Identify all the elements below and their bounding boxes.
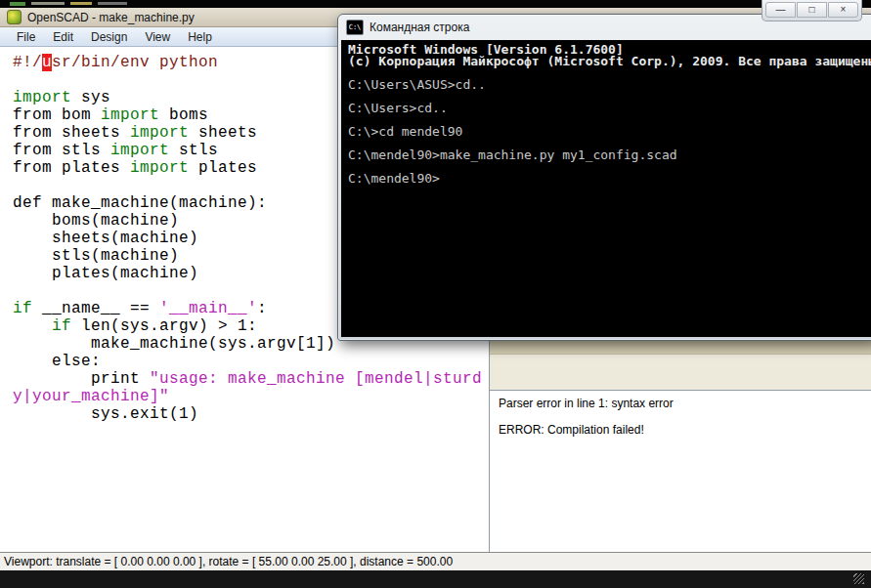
code-token: sheets [189, 124, 257, 142]
code-line: y|your_machine]" [13, 388, 489, 405]
console-message: ERROR: Compilation failed! [499, 423, 871, 449]
code-line: sys.exit(1) [13, 405, 489, 423]
openscad-window-title: OpenSCAD - make_machine.py [27, 11, 195, 24]
code-line: print "usage: make_machine [mendel|sturd [13, 370, 489, 388]
code-token: sheets(machine) [13, 230, 198, 247]
code-token: import [110, 142, 169, 159]
code-token: import [13, 89, 71, 106]
code-token: plates [189, 159, 257, 177]
menu-file[interactable]: File [8, 27, 44, 46]
code-token: plates(machine) [13, 265, 198, 282]
code-token: y|your_machine]" [13, 388, 169, 405]
menu-view[interactable]: View [136, 27, 179, 46]
code-token [13, 317, 52, 335]
statusbar: Viewport: translate = [ 0.00 0.00 0.00 ]… [0, 552, 871, 570]
statusbar-text: Viewport: translate = [ 0.00 0.00 0.00 ]… [4, 555, 453, 568]
code-token: "usage: make_machine [mendel|sturd [150, 370, 482, 388]
cmd-line: (c) Корпорация Майкрософт (Microsoft Cor… [348, 56, 871, 67]
code-token: #!/ [13, 54, 42, 71]
code-token: sys.exit(1) [13, 405, 198, 423]
code-token: import [101, 106, 159, 124]
code-token: __name__ == [32, 300, 159, 317]
cmd-window-title: Командная строка [370, 21, 469, 34]
window-bottom-edge [0, 570, 871, 588]
code-token: stls(machine) [13, 247, 179, 265]
code-token: if [52, 317, 71, 335]
menu-design[interactable]: Design [82, 27, 136, 46]
code-token: from plates [13, 159, 130, 177]
background-fragment [98, 2, 127, 5]
maximize-button[interactable]: □ [797, 2, 827, 18]
cmd-window: C:\ Командная строка Microsoft Windows [… [337, 14, 871, 341]
cmd-line: C:\mendel90> [348, 173, 871, 185]
background-strip [0, 0, 871, 8]
code-token: boms(machine) [13, 212, 179, 230]
code-token: else: [13, 353, 101, 370]
window-controls: — □ × [762, 0, 862, 21]
screen: OpenSCAD - make_machine.py FileEditDesig… [0, 0, 871, 588]
code-token: import [130, 159, 189, 177]
cmd-console[interactable]: Microsoft Windows [Version 6.1.7600](c) … [341, 40, 871, 337]
resize-grip-icon[interactable] [853, 573, 864, 584]
code-token: from stls [13, 142, 110, 159]
code-token: len(sys.argv) > 1: [71, 317, 257, 335]
code-token: sys [71, 89, 110, 106]
openscad-console: Parser error in line 1: syntax errorERRO… [490, 390, 871, 552]
text-cursor: u [42, 54, 52, 71]
code-token: def make_machine(machine): [13, 194, 267, 212]
console-message: Parser error in line 1: syntax error [499, 397, 871, 423]
code-token: make_machine(sys.argv[1]) [13, 335, 335, 353]
cmd-icon[interactable]: C:\ [346, 20, 364, 35]
code-token: : [257, 300, 267, 317]
cmd-line: C:\Users>cd.. [348, 103, 871, 114]
code-token: if [13, 300, 32, 317]
code-token: print [13, 370, 150, 388]
menu-edit[interactable]: Edit [44, 27, 82, 46]
viewport-3d-lower[interactable] [490, 354, 871, 391]
cmd-line: C:\Users\ASUS>cd.. [348, 79, 871, 91]
code-token: stls [169, 142, 218, 159]
minimize-button[interactable]: — [765, 2, 796, 18]
code-token: from sheets [13, 124, 130, 142]
menu-help[interactable]: Help [179, 27, 221, 46]
code-token: from bom [13, 106, 101, 124]
cmd-line: C:\>cd mendel90 [348, 126, 871, 138]
code-token: '__main__' [159, 300, 257, 317]
code-line: else: [13, 353, 489, 370]
code-token: sr/bin/env python [52, 54, 218, 71]
code-token: boms [159, 106, 208, 124]
cmd-line: C:\mendel90>make_machine.py my1_config.s… [348, 149, 871, 161]
background-fragment [10, 2, 25, 6]
close-button[interactable]: × [828, 2, 858, 18]
background-fragment [31, 2, 65, 5]
background-fragment [70, 2, 92, 5]
code-token: import [130, 124, 189, 142]
openscad-logo-icon[interactable] [7, 10, 22, 24]
